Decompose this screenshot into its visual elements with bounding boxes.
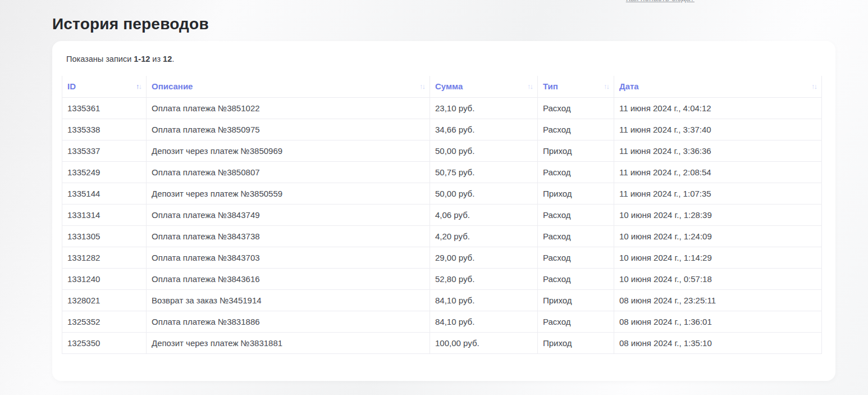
table-row: 1331305 Оплата платежа №3843738 4,20 руб… bbox=[62, 225, 822, 247]
cell-amount: 50,00 руб. bbox=[430, 183, 538, 204]
cell-amount: 23,10 руб. bbox=[430, 97, 538, 119]
cell-id: 1335249 bbox=[62, 161, 147, 183]
cell-description: Оплата платежа №3843738 bbox=[147, 225, 430, 247]
cell-amount: 84,10 руб. bbox=[430, 289, 538, 311]
cell-amount: 34,66 руб. bbox=[430, 119, 538, 140]
table-row: 1335144 Депозит через платеж №3850559 50… bbox=[62, 183, 822, 204]
summary-middle: из bbox=[152, 55, 161, 63]
table-row: 1328021 Возврат за заказ №3451914 84,10 … bbox=[62, 289, 822, 311]
cell-type: Расход bbox=[538, 225, 614, 247]
cell-id: 1325350 bbox=[62, 332, 147, 353]
cell-id: 1331282 bbox=[62, 247, 147, 268]
cell-date: 10 июня 2024 г., 1:14:29 bbox=[614, 247, 822, 268]
cell-amount: 100,00 руб. bbox=[430, 332, 538, 353]
cell-description: Депозит через платеж №3850559 bbox=[147, 183, 430, 204]
table-row: 1335249 Оплата платежа №3850807 50,75 ру… bbox=[62, 161, 822, 183]
table-body: 1335361 Оплата платежа №3851022 23,10 ру… bbox=[62, 97, 822, 353]
cell-type: Расход bbox=[538, 268, 614, 289]
cell-description: Депозит через платеж №3850969 bbox=[147, 140, 430, 161]
cell-type: Приход bbox=[538, 289, 614, 311]
cell-amount: 50,00 руб. bbox=[430, 140, 538, 161]
table-header-row: ID ↑↓ Описание ↑↓ Сумма ↑↓ bbox=[62, 76, 822, 97]
cell-amount: 4,06 руб. bbox=[430, 204, 538, 225]
sort-arrows-icon[interactable]: ↑↓ bbox=[419, 83, 424, 90]
cell-description: Оплата платежа №3850975 bbox=[147, 119, 430, 140]
cell-date: 11 июня 2024 г., 1:07:35 bbox=[614, 183, 822, 204]
cell-description: Оплата платежа №3843616 bbox=[147, 268, 430, 289]
cell-description: Возврат за заказ №3451914 bbox=[147, 289, 430, 311]
cell-date: 08 июня 2024 г., 1:36:01 bbox=[614, 311, 822, 332]
table-row: 1325352 Оплата платежа №3831886 84,10 ру… bbox=[62, 311, 822, 332]
cell-id: 1331240 bbox=[62, 268, 147, 289]
cell-id: 1335337 bbox=[62, 140, 147, 161]
transfers-table: ID ↑↓ Описание ↑↓ Сумма ↑↓ bbox=[62, 76, 822, 354]
cell-amount: 84,10 руб. bbox=[430, 311, 538, 332]
cell-date: 11 июня 2024 г., 2:08:54 bbox=[614, 161, 822, 183]
cell-type: Приход bbox=[538, 140, 614, 161]
page-title: История переводов bbox=[52, 15, 209, 33]
column-label-id: ID bbox=[67, 81, 76, 91]
summary-suffix: . bbox=[172, 55, 174, 63]
column-header-description[interactable]: Описание ↑↓ bbox=[147, 76, 430, 97]
table-row: 1331314 Оплата платежа №3843749 4,06 руб… bbox=[62, 204, 822, 225]
cell-amount: 52,80 руб. bbox=[430, 268, 538, 289]
column-header-date[interactable]: Дата ↑↓ bbox=[614, 76, 822, 97]
cell-description: Оплата платежа №3843749 bbox=[147, 204, 430, 225]
table-row: 1335338 Оплата платежа №3850975 34,66 ру… bbox=[62, 119, 822, 140]
cell-id: 1335144 bbox=[62, 183, 147, 204]
cell-type: Расход bbox=[538, 204, 614, 225]
cell-id: 1335361 bbox=[62, 97, 147, 119]
sort-arrows-icon[interactable]: ↑↓ bbox=[527, 83, 532, 90]
cell-type: Расход bbox=[538, 247, 614, 268]
cell-id: 1331305 bbox=[62, 225, 147, 247]
column-header-type[interactable]: Тип ↑↓ bbox=[538, 76, 614, 97]
column-header-amount[interactable]: Сумма ↑↓ bbox=[430, 76, 538, 97]
summary-total: 12 bbox=[163, 55, 172, 63]
cell-type: Приход bbox=[538, 332, 614, 353]
cell-id: 1335338 bbox=[62, 119, 147, 140]
table-row: 1335337 Депозит через платеж №3850969 50… bbox=[62, 140, 822, 161]
cell-type: Расход bbox=[538, 161, 614, 183]
cell-date: 11 июня 2024 г., 4:04:12 bbox=[614, 97, 822, 119]
sort-arrows-icon[interactable]: ↑↓ bbox=[604, 83, 609, 90]
cell-id: 1331314 bbox=[62, 204, 147, 225]
cell-date: 08 июня 2024 г., 1:35:10 bbox=[614, 332, 822, 353]
cell-date: 10 июня 2024 г., 1:28:39 bbox=[614, 204, 822, 225]
sort-arrows-icon[interactable]: ↑↓ bbox=[811, 83, 816, 90]
column-label-amount: Сумма bbox=[435, 81, 463, 91]
cell-date: 08 июня 2024 г., 23:25:11 bbox=[614, 289, 822, 311]
column-label-type: Тип bbox=[543, 81, 558, 91]
cell-description: Оплата платежа №3831886 bbox=[147, 311, 430, 332]
records-summary: Показаны записи 1-12 из 12. bbox=[66, 55, 821, 63]
cell-id: 1328021 bbox=[62, 289, 147, 311]
how-to-get-here-link[interactable]: Как попасть сюда? bbox=[626, 0, 695, 3]
cell-description: Депозит через платеж №3831881 bbox=[147, 332, 430, 353]
table-row: 1325350 Депозит через платеж №3831881 10… bbox=[62, 332, 822, 353]
cell-date: 10 июня 2024 г., 0:57:18 bbox=[614, 268, 822, 289]
table-row: 1331282 Оплата платежа №3843703 29,00 ру… bbox=[62, 247, 822, 268]
cell-description: Оплата платежа №3843703 bbox=[147, 247, 430, 268]
cell-date: 11 июня 2024 г., 3:37:40 bbox=[614, 119, 822, 140]
summary-prefix: Показаны записи bbox=[66, 55, 131, 63]
cell-amount: 4,20 руб. bbox=[430, 225, 538, 247]
column-header-id[interactable]: ID ↑↓ bbox=[62, 76, 147, 97]
cell-type: Расход bbox=[538, 97, 614, 119]
transfers-card: Показаны записи 1-12 из 12. ID ↑↓ Описан… bbox=[52, 41, 835, 381]
column-label-date: Дата bbox=[619, 81, 639, 91]
cell-date: 10 июня 2024 г., 1:24:09 bbox=[614, 225, 822, 247]
column-label-description: Описание bbox=[152, 81, 193, 91]
cell-id: 1325352 bbox=[62, 311, 147, 332]
cell-amount: 29,00 руб. bbox=[430, 247, 538, 268]
cell-type: Расход bbox=[538, 119, 614, 140]
cell-description: Оплата платежа №3851022 bbox=[147, 97, 430, 119]
cell-date: 11 июня 2024 г., 3:36:36 bbox=[614, 140, 822, 161]
cell-amount: 50,75 руб. bbox=[430, 161, 538, 183]
cell-type: Приход bbox=[538, 183, 614, 204]
table-row: 1335361 Оплата платежа №3851022 23,10 ру… bbox=[62, 97, 822, 119]
table-row: 1331240 Оплата платежа №3843616 52,80 ру… bbox=[62, 268, 822, 289]
summary-range: 1-12 bbox=[134, 55, 150, 63]
cell-description: Оплата платежа №3850807 bbox=[147, 161, 430, 183]
sort-arrows-icon[interactable]: ↑↓ bbox=[136, 83, 141, 90]
cell-type: Расход bbox=[538, 311, 614, 332]
